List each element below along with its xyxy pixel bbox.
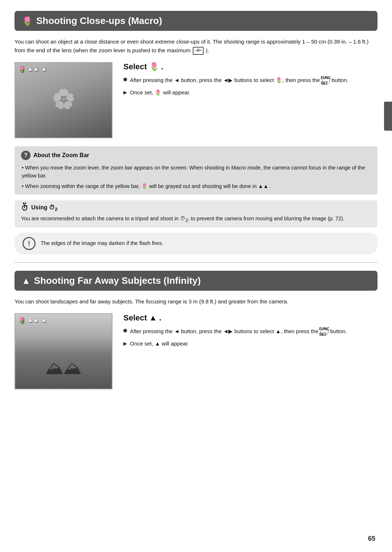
warning-icon: ! — [23, 237, 36, 250]
infinity-header-title: Shooting Far Away Subjects (Infinity) — [34, 275, 201, 286]
infinity-two-col: 🌷▲▲▲ ⛰⛰ Infinity Select ▲ . After pressi… — [15, 313, 377, 389]
infinity-intro: You can shoot landscapes and far away su… — [15, 297, 377, 306]
infinity-section-header: ▲ Shooting Far Away Subjects (Infinity) — [15, 271, 377, 291]
infinity-instructions: Select ▲ . After pressing the ◄ button, … — [123, 313, 377, 351]
infinity-bullet2: ▶ Once set, ▲ will appear. — [123, 339, 377, 348]
macro-inline-icon1: 🌷 — [275, 77, 282, 83]
using-text: You are recommended to attach the camera… — [21, 214, 371, 224]
infinity-header-icon: ▲ — [22, 276, 30, 286]
func-set-btn: FUNCSET — [322, 77, 330, 85]
macro-bullet2: ▶ Once set, 🌷 will appear. — [123, 88, 377, 97]
zoom-bar-header: ? About the Zoom Bar — [21, 151, 371, 160]
arrow-bullet-2: ▶ — [123, 340, 127, 347]
macro-section-header: 🌷 Shooting Close-ups (Macro) — [15, 11, 377, 31]
using-box: ⏱̈ Using ⏱2 You are recommended to attac… — [15, 200, 377, 228]
page-number: 65 — [368, 535, 375, 543]
infinity-inline-icon1: ▲ — [275, 328, 281, 334]
side-tab — [384, 102, 392, 131]
infinity-camera-image: 🌷▲▲▲ ⛰⛰ Infinity — [15, 313, 113, 389]
macro-select-icon: 🌷 — [149, 62, 159, 71]
warning-text: The edges of the image may darken if the… — [41, 240, 163, 248]
infinity-top-icons: 🌷▲▲▲ — [18, 317, 47, 324]
infinity-select-heading: Select ▲ . — [123, 313, 377, 323]
macro-two-col: 🌷▲▲▲ 🌸 Macro Select 🌷 . After pressing t… — [15, 62, 377, 138]
infinity-bullet1: After pressing the ◄ button, press the ◄… — [123, 327, 377, 336]
bullet-circle-1 — [123, 78, 127, 81]
zoom-bar-p2: When zooming within the range of the yel… — [21, 182, 371, 190]
zoom-max-icon: ⊣⊢ — [193, 47, 204, 55]
macro-flower-icon: 🌸 — [52, 88, 75, 110]
macro-inline-icon2: 🌷 — [155, 89, 162, 95]
using-timer-icon2: ⏱ — [49, 204, 55, 210]
using-inline-timer: ⏱ — [180, 216, 185, 221]
macro-header-title: Shooting Close-ups (Macro) — [36, 15, 162, 26]
using-header: ⏱̈ Using ⏱2 — [21, 204, 371, 212]
macro-top-icons: 🌷▲▲▲ — [18, 66, 47, 73]
macro-header-icon: 🌷 — [22, 16, 33, 26]
bullet-circle-2 — [123, 329, 127, 332]
func-set-btn-2: FUNCSET — [320, 328, 328, 336]
zoom-bar-title: About the Zoom Bar — [33, 152, 89, 159]
zoom-macro-icon: 🌷 — [141, 183, 148, 189]
infinity-inline-icon2: ▲ — [155, 340, 160, 347]
macro-instructions: Select 🌷 . After pressing the ◄ button, … — [123, 62, 377, 100]
arrow-bullet-1: ▶ — [123, 89, 127, 96]
warning-box: ! The edges of the image may darken if t… — [15, 233, 377, 254]
section-divider — [15, 262, 377, 263]
macro-bullet1: After pressing the ◄ button, press the ◄… — [123, 76, 377, 85]
macro-select-heading: Select 🌷 . — [123, 62, 377, 71]
infinity-select-icon: ▲ — [149, 313, 157, 323]
zoom-bar-question-icon: ? — [21, 151, 30, 160]
macro-camera-image: 🌷▲▲▲ 🌸 Macro — [15, 62, 113, 138]
macro-intro: You can shoot an object at a close dista… — [15, 37, 377, 55]
infinity-mountains-icon: ⛰⛰ — [15, 357, 112, 379]
using-timer-icon: ⏱̈ — [21, 204, 28, 212]
zoom-bar-info-box: ? About the Zoom Bar When you move the z… — [15, 146, 377, 195]
zoom-bar-p1: When you move the zoom lever, the zoom b… — [21, 164, 371, 180]
